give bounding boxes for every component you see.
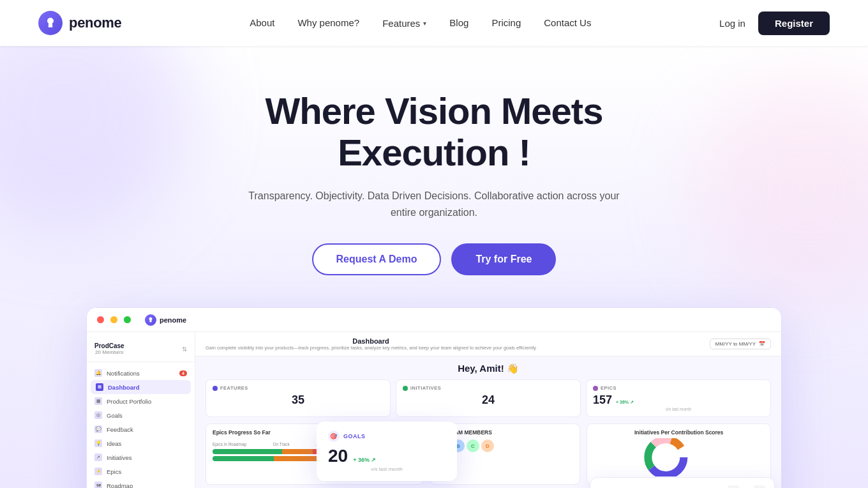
- goals-popup: 🎯 GOALS 20 + 36% ↗ v/s last month: [317, 422, 457, 481]
- epics-change: + 36% ↗: [616, 400, 634, 405]
- dash-sidebar-header: ProdCase 20 Members ⇅: [87, 339, 195, 362]
- sidebar-goals-label: Goals: [107, 412, 123, 419]
- dash-layout: ProdCase 20 Members ⇅ 🔔 Notifications 4 …: [87, 332, 781, 488]
- bg-blob-1: [0, 46, 191, 238]
- dash-prodcase-name: ProdCase: [94, 342, 124, 349]
- initiatives-count: 24: [482, 393, 495, 406]
- ideas-icon: 💡: [94, 439, 102, 447]
- roadmap-icon: 🗺: [94, 482, 102, 488]
- avatar: C: [467, 439, 479, 452]
- dash-main-subtitle: Gain complete visibility into your produ…: [206, 345, 536, 351]
- sidebar-item-ideas[interactable]: 💡 Ideas: [87, 436, 195, 450]
- initiatives-chart-title: Initiatives Per Contribution Scores: [594, 429, 764, 436]
- team-header: 👥 TEAM MEMBERS: [437, 429, 573, 436]
- dash-date-filter[interactable]: MM/YY to MM/YY 📅: [710, 339, 771, 349]
- sidebar-item-epics[interactable]: ⚡ Epics: [87, 464, 195, 478]
- logo-svg: [44, 17, 57, 29]
- team-avatars: A B C D: [437, 439, 573, 452]
- dash-top-bar: penome: [87, 308, 781, 332]
- register-button[interactable]: Register: [758, 11, 830, 35]
- logo-text: penome: [69, 15, 122, 31]
- goals-popup-header: 🎯 GOALS: [328, 431, 445, 442]
- sidebar-ideas-label: Ideas: [107, 440, 121, 447]
- login-link[interactable]: Log in: [719, 18, 745, 29]
- request-demo-button[interactable]: Request A Demo: [312, 243, 442, 275]
- sidebar-notifications-label: Notifications: [107, 370, 140, 377]
- navbar: penome About Why penome? Features ▾ Blog…: [0, 0, 868, 46]
- portfolio-icon: ▦: [94, 397, 102, 405]
- nav-features[interactable]: Features ▾: [382, 18, 426, 29]
- triage-card: Items To Triage ‹ 1/3 › 💡: [590, 477, 775, 488]
- dash-members-count: 20 Members: [94, 349, 124, 355]
- nav-pricing[interactable]: Pricing: [491, 17, 521, 28]
- nav-right: Log in Register: [719, 11, 830, 35]
- sidebar-item-portfolio[interactable]: ▦ Product Portfolio: [87, 394, 195, 408]
- initiatives-chart-card: Initiatives Per Contribution Scores: [587, 423, 771, 485]
- hero-buttons: Request A Demo Try for Free: [13, 243, 855, 275]
- dash-sidebar: ProdCase 20 Members ⇅ 🔔 Notifications 4 …: [87, 332, 195, 488]
- dashboard-icon: ⊞: [96, 383, 103, 391]
- avatar: D: [481, 439, 494, 452]
- dash-logo-text: penome: [160, 316, 186, 324]
- dash-logo-icon: [145, 314, 156, 326]
- epics-count: 157: [593, 393, 612, 407]
- feedback-icon: 💬: [94, 425, 102, 433]
- stat-card-features: FEATURES 35: [206, 379, 391, 417]
- triage-nav: ‹ 1/3 ›: [728, 485, 765, 488]
- dash-expand-icon: ⇅: [182, 346, 187, 353]
- dash-stats-row: FEATURES 35 INITIATIVES 24: [195, 379, 781, 423]
- sidebar-item-initiatives[interactable]: ↗ Initiatives: [87, 450, 195, 464]
- sidebar-portfolio-label: Product Portfolio: [107, 398, 151, 405]
- initiatives-dot: [403, 386, 408, 391]
- progress-seg-green-1: [213, 449, 282, 454]
- stat-label-features: FEATURES: [213, 385, 384, 391]
- nav-contact[interactable]: Contact Us: [544, 17, 591, 28]
- window-maximize-dot: [124, 316, 131, 323]
- stat-card-epics: EPICS 157 + 36% ↗ v/s last month: [586, 379, 771, 417]
- sidebar-item-roadmap[interactable]: 🗺 Roadmap: [87, 478, 195, 488]
- dash-lower-row: Epics Progress So Far View Ro... Epics I…: [195, 423, 781, 485]
- notifications-badge: 4: [179, 370, 187, 376]
- hero-section: Where Vision Meets Execution ! Transpare…: [0, 46, 868, 488]
- sidebar-initiatives-label: Initiatives: [107, 454, 132, 461]
- goals-popup-icon: 🎯: [328, 431, 340, 442]
- nav-about[interactable]: About: [250, 17, 274, 28]
- sidebar-dashboard-label: Dashboard: [108, 384, 140, 391]
- try-free-button[interactable]: Try for Free: [451, 243, 556, 275]
- epics-icon: ⚡: [94, 468, 102, 475]
- dash-main-title: Dashboard: [206, 337, 536, 345]
- sidebar-roadmap-label: Roadmap: [107, 482, 133, 488]
- date-filter-text: MM/YY to MM/YY: [715, 341, 756, 347]
- dash-main-content: Dashboard Gain complete visibility into …: [195, 332, 781, 488]
- epics-since: v/s last month: [593, 407, 764, 411]
- goals-change: + 36% ↗: [353, 457, 376, 463]
- goals-icon: ◎: [94, 411, 102, 419]
- nav-blog[interactable]: Blog: [449, 17, 468, 28]
- sidebar-item-feedback[interactable]: 💬 Feedback: [87, 422, 195, 436]
- initiatives-icon: ↗: [94, 454, 102, 461]
- sidebar-item-goals[interactable]: ◎ Goals: [87, 408, 195, 422]
- logo-link[interactable]: penome: [38, 11, 122, 35]
- epics-progress-title: Epics Progress So Far: [213, 429, 271, 436]
- notifications-icon: 🔔: [94, 369, 102, 377]
- stat-label-epics: EPICS: [593, 385, 764, 391]
- progress-seg-green-2: [213, 456, 274, 461]
- sidebar-item-dashboard[interactable]: ⊞ Dashboard: [91, 380, 191, 394]
- logo-icon: [38, 11, 63, 35]
- triage-prev-button[interactable]: ‹: [728, 485, 739, 488]
- hero-subheadline: Transparency. Objectivity. Data Driven D…: [243, 188, 625, 220]
- nav-why[interactable]: Why penome?: [297, 17, 359, 28]
- triage-next-button[interactable]: ›: [754, 485, 765, 488]
- stat-label-initiatives: INITIATIVES: [403, 385, 574, 391]
- goals-since: v/s last month: [328, 466, 445, 472]
- window-close-dot: [97, 316, 104, 323]
- sidebar-item-notifications[interactable]: 🔔 Notifications 4: [87, 366, 195, 380]
- dash-greeting: Hey, Amit! 👋: [195, 356, 781, 379]
- goals-value-row: 20 + 36% ↗: [328, 446, 445, 466]
- sidebar-epics-label: Epics: [107, 468, 121, 475]
- window-minimize-dot: [110, 316, 117, 323]
- dash-main-header: Dashboard Gain complete visibility into …: [195, 332, 781, 356]
- progress-seg-orange-1: [282, 449, 313, 454]
- features-chevron-icon: ▾: [423, 20, 426, 27]
- initiatives-chart-svg: [594, 438, 764, 477]
